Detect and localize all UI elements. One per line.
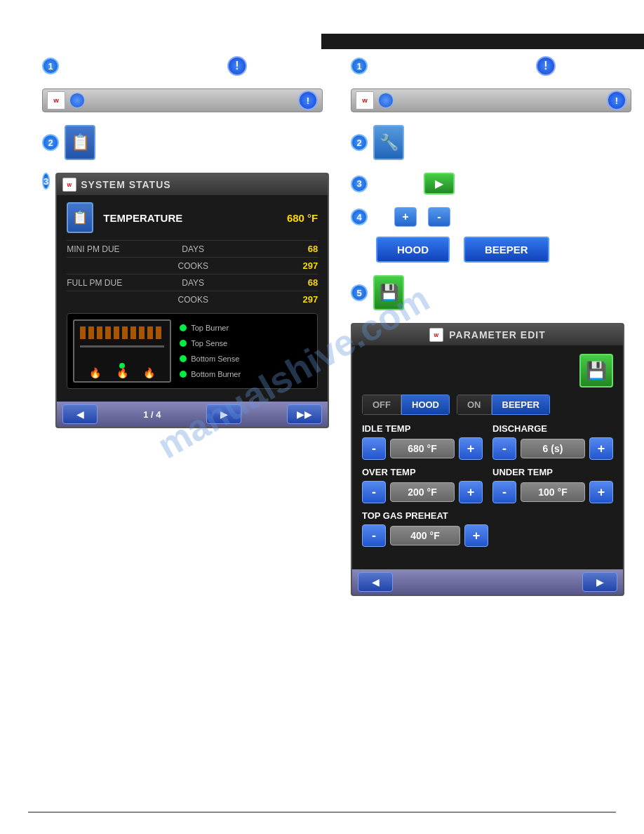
idle-temp-minus[interactable]: - xyxy=(362,437,386,460)
discharge-value: 6 (s) xyxy=(521,439,585,458)
top-bar xyxy=(321,34,644,49)
idle-temp-value: 680 °F xyxy=(390,439,455,458)
param-back-btn[interactable]: ◀ xyxy=(358,572,393,592)
right-step-4: 4 + - HOOD BEEPER xyxy=(351,207,631,263)
top-gas-label: TOP GAS PREHEAT xyxy=(362,510,613,521)
param-save-button[interactable]: 💾 xyxy=(579,354,613,388)
ss-val-1: 297 xyxy=(221,260,318,271)
param-save-icon: 💾 xyxy=(586,361,607,380)
over-temp-minus[interactable]: - xyxy=(362,481,386,503)
under-temp-minus[interactable]: - xyxy=(492,481,516,503)
param-back-icon: ◀ xyxy=(372,576,380,588)
over-temp-label: OVER TEMP xyxy=(362,467,483,477)
ss-row-1: COOKS 297 xyxy=(67,257,318,274)
ss-fastforward-btn[interactable]: ▶▶ xyxy=(287,404,322,424)
temp-header-row: 📋 TEMPERATURE 680 °F xyxy=(67,202,318,233)
left-step-num-2: 2 xyxy=(42,134,59,151)
ss-nav-bar: ◀ 1 / 4 ▶ ▶▶ xyxy=(57,402,328,427)
right-excl-icon-1: ! xyxy=(536,56,556,76)
idle-temp-col: IDLE TEMP - 680 °F + xyxy=(362,423,483,460)
left-step-1: 1 ! xyxy=(42,56,323,76)
right-nav-bar[interactable]: W ! xyxy=(351,88,631,112)
param-edit-panel: W PARAMETER EDIT 💾 OFF HOOD xyxy=(351,323,624,596)
beeper-toggle-label: BEEPER xyxy=(502,399,539,410)
wrench-icon: 🔧 xyxy=(380,133,398,152)
minus-icon: - xyxy=(437,211,441,223)
ss-back-icon: ◀ xyxy=(76,409,84,420)
play-button[interactable]: ▶ xyxy=(424,173,455,194)
ss-logo: W xyxy=(62,178,76,192)
right-step-num-1: 1 xyxy=(351,58,368,74)
param-forward-icon: ▶ xyxy=(596,576,604,588)
over-temp-controls: - 200 °F + xyxy=(362,481,483,503)
ss-label-0: MINI PM DUE xyxy=(67,244,165,254)
indicator-top-sense: Top Sense xyxy=(180,339,241,348)
param-forward-btn[interactable]: ▶ xyxy=(582,572,617,592)
idle-temp-plus[interactable]: + xyxy=(459,437,483,460)
temp-value: 680 °F xyxy=(287,212,318,224)
top-gas-plus[interactable]: + xyxy=(464,524,488,547)
ss-val-2: 68 xyxy=(221,277,318,288)
discharge-col: DISCHARGE - 6 (s) + xyxy=(492,423,613,460)
system-status-title: SYSTEM STATUS xyxy=(81,179,170,190)
right-step-num-5: 5 xyxy=(351,284,368,301)
ss-val-0: 68 xyxy=(221,244,318,254)
hood-toggle-label: HOOD xyxy=(412,399,439,410)
top-gas-controls: - 400 °F + xyxy=(362,524,488,547)
idle-discharge-row: IDLE TEMP - 680 °F + DISCHARGE - 6 (s) + xyxy=(362,423,613,460)
discharge-minus[interactable]: - xyxy=(492,437,516,460)
flames: 🔥 🔥 🔥 xyxy=(81,367,163,378)
beeper-button[interactable]: BEEPER xyxy=(464,237,549,263)
right-step-num-4: 4 xyxy=(351,208,368,225)
under-temp-plus[interactable]: + xyxy=(589,481,613,503)
ss-col-1: COOKS xyxy=(165,261,221,271)
ss-row-0: MINI PM DUE DAYS 68 xyxy=(67,240,318,257)
right-step-5: 5 💾 xyxy=(351,275,631,310)
play-icon: ▶ xyxy=(435,177,443,190)
ss-clipboard: 📋 xyxy=(67,202,93,233)
hood-toggle-group: OFF HOOD xyxy=(362,395,450,415)
plus-button[interactable]: + xyxy=(394,207,417,227)
left-logo: W xyxy=(47,91,65,110)
hood-label: HOOD xyxy=(397,244,429,256)
wrench-button[interactable]: 🔧 xyxy=(373,125,404,160)
plus-icon: + xyxy=(402,211,408,223)
left-nav-bar[interactable]: W ! xyxy=(42,88,323,112)
beeper-label: BEEPER xyxy=(485,244,528,256)
beeper-on-toggle[interactable]: ON xyxy=(457,395,492,415)
param-title: PARAMETER EDIT xyxy=(449,329,545,340)
discharge-plus[interactable]: + xyxy=(589,437,613,460)
indicator-list: Top Burner Top Sense Bottom Sense xyxy=(180,324,241,378)
param-logo: W xyxy=(429,328,443,342)
beeper-toggle-group: ON BEEPER xyxy=(457,395,550,415)
indicator-top-burner: Top Burner xyxy=(180,324,241,332)
save-button-right[interactable]: 💾 xyxy=(373,275,404,310)
param-toggle-row: OFF HOOD ON BEEPER xyxy=(362,395,613,415)
minus-button[interactable]: - xyxy=(428,207,450,227)
right-nav-circle xyxy=(378,93,394,108)
beeper-label-toggle[interactable]: BEEPER xyxy=(492,395,550,415)
right-step-1: 1 ! xyxy=(351,56,631,76)
clipboard-button[interactable]: 📋 xyxy=(65,125,95,160)
left-nav-circle xyxy=(69,93,85,108)
top-gas-group: TOP GAS PREHEAT - 400 °F + xyxy=(362,510,613,547)
ss-col-0: DAYS xyxy=(165,244,221,254)
param-body: 💾 OFF HOOD ON xyxy=(352,345,623,562)
right-excl-icon-nav: ! xyxy=(607,91,626,110)
beeper-on-label: ON xyxy=(467,399,481,410)
left-step-num-3: 3 xyxy=(42,173,50,190)
ss-label-2: FULL PM DUE xyxy=(67,278,165,288)
over-temp-plus[interactable]: + xyxy=(459,481,483,503)
top-gas-minus[interactable]: - xyxy=(362,524,386,547)
ss-row-2: FULL PM DUE DAYS 68 xyxy=(67,274,318,291)
right-column: 1 ! W ! 2 🔧 3 ▶ 4 xyxy=(351,56,631,596)
hood-button[interactable]: HOOD xyxy=(376,237,450,263)
ss-row-3: COOKS 297 xyxy=(67,291,318,307)
under-temp-label: UNDER TEMP xyxy=(492,467,613,477)
param-nav-bar: ◀ ▶ xyxy=(352,569,623,595)
ss-forward-btn[interactable]: ▶ xyxy=(206,404,241,424)
hood-off-toggle[interactable]: OFF xyxy=(362,395,401,415)
hood-on-toggle[interactable]: HOOD xyxy=(401,395,450,415)
left-column: 1 ! W ! 2 📋 3 W SYSTEM STATUS xyxy=(42,56,323,434)
ss-back-btn[interactable]: ◀ xyxy=(62,404,98,424)
